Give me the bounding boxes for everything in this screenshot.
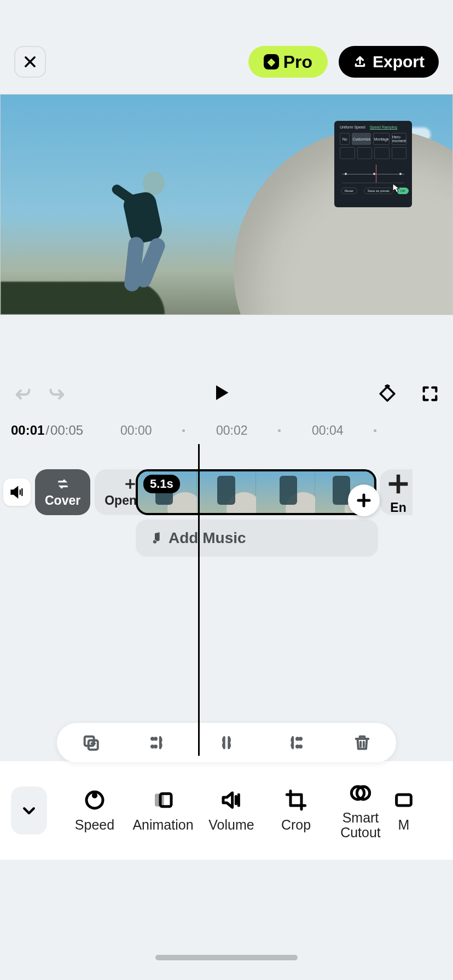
keyframe-icon [378, 384, 397, 403]
add-music-button[interactable]: Add Music [136, 520, 378, 557]
fullscreen-button[interactable] [419, 383, 441, 405]
tool-animation[interactable]: Animation [127, 788, 199, 833]
top-bar: ◆ Pro Export [0, 46, 453, 78]
svg-point-4 [155, 738, 156, 739]
svg-point-11 [93, 794, 96, 797]
current-time: 00:01 [11, 423, 44, 438]
svg-point-6 [297, 738, 298, 739]
video-clip[interactable]: 5.1s [136, 469, 376, 515]
duplicate-button[interactable] [76, 728, 106, 757]
tool-volume[interactable]: Volume [199, 788, 264, 833]
trim-start-icon [149, 733, 168, 752]
timeline[interactable]: Cover Opening 5.1s En Add Music [0, 444, 453, 756]
tool-more[interactable]: M [393, 788, 415, 833]
transport-controls [0, 378, 453, 409]
play-button[interactable] [211, 383, 233, 405]
svg-point-7 [297, 745, 298, 747]
svg-point-2 [152, 738, 153, 739]
music-note-icon [148, 531, 162, 545]
pro-label: Pro [283, 52, 312, 72]
close-icon [22, 54, 38, 69]
split-icon [217, 733, 236, 752]
crop-icon [285, 789, 307, 811]
keyframe-button[interactable] [376, 383, 398, 405]
picture-in-picture-panel: Uniform Speed Speed Ramping No Customize… [334, 121, 412, 207]
undo-button[interactable] [12, 383, 34, 405]
pip-tab-uniform: Uniform Speed [340, 125, 365, 130]
svg-point-3 [152, 745, 153, 747]
total-time: 00:05 [50, 423, 83, 438]
pro-button[interactable]: ◆ Pro [248, 46, 328, 78]
chevron-down-icon [21, 802, 37, 819]
playhead[interactable] [198, 444, 200, 756]
redo-button[interactable] [46, 383, 68, 405]
undo-icon [14, 384, 32, 403]
smart-cutout-icon [350, 782, 371, 804]
clip-action-bar [57, 723, 396, 762]
preview-subject [94, 138, 203, 291]
ending-button[interactable]: En [380, 469, 413, 515]
cover-button[interactable]: Cover [35, 469, 90, 515]
export-label: Export [373, 52, 425, 71]
fullscreen-icon [421, 384, 439, 403]
tool-smart-cutout[interactable]: Smart Cutout [328, 781, 393, 841]
trim-end-icon [285, 733, 304, 752]
more-icon [393, 789, 415, 811]
time-ruler[interactable]: 00:01/00:05 00:00 00:02 00:04 [0, 421, 453, 440]
volume-icon [220, 789, 242, 811]
tool-crop[interactable]: Crop [264, 788, 328, 833]
svg-point-8 [300, 738, 301, 739]
close-button[interactable] [14, 46, 46, 78]
video-preview[interactable]: Uniform Speed Speed Ramping No Customize… [0, 94, 453, 315]
bottom-toolbar: Speed Animation Volume Crop Smart Cutout… [0, 761, 453, 860]
collapse-button[interactable] [11, 786, 47, 835]
delete-button[interactable] [347, 728, 377, 757]
speed-icon [84, 789, 106, 811]
plus-icon [123, 477, 137, 491]
animation-icon [152, 789, 174, 811]
trim-end-button[interactable] [280, 728, 309, 757]
export-button[interactable]: Export [339, 46, 439, 78]
svg-point-5 [155, 745, 156, 747]
trash-icon [353, 733, 371, 752]
clip-duration-badge: 5.1s [143, 475, 180, 493]
tool-speed[interactable]: Speed [62, 788, 127, 833]
redo-icon [48, 384, 66, 403]
add-media-button[interactable] [348, 485, 380, 516]
pro-icon: ◆ [264, 54, 279, 69]
plus-icon [356, 492, 372, 509]
cursor-icon [392, 183, 400, 193]
volume-icon [9, 485, 25, 500]
swap-icon [56, 477, 70, 491]
plus-icon [384, 470, 413, 498]
upload-icon [353, 55, 367, 69]
duplicate-icon [82, 733, 100, 752]
split-button[interactable] [212, 728, 241, 757]
trim-start-button[interactable] [144, 728, 173, 757]
play-icon [211, 383, 231, 402]
svg-point-9 [300, 745, 301, 747]
mute-button[interactable] [3, 479, 31, 506]
svg-rect-16 [397, 795, 411, 806]
home-indicator [155, 955, 298, 960]
pip-tab-ramp: Speed Ramping [370, 125, 397, 130]
